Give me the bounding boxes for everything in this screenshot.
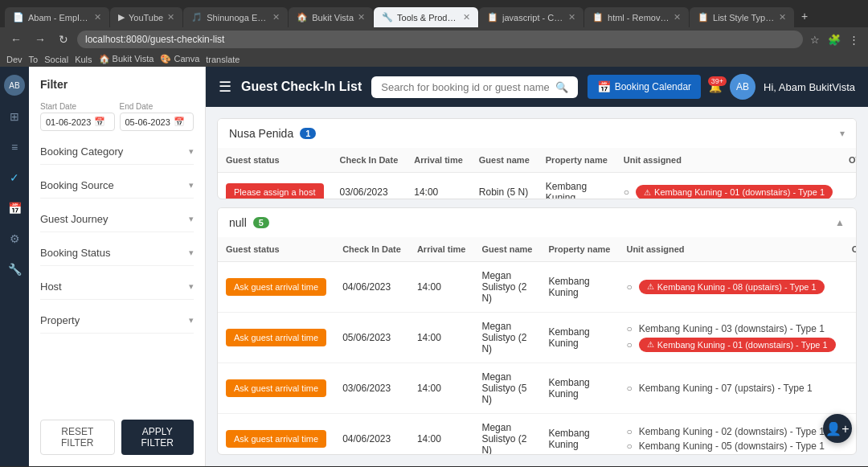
filter-booking-source-label: Booking Source bbox=[40, 179, 114, 191]
ask-arrival-button-4[interactable]: Ask guest arrival time bbox=[226, 430, 326, 448]
search-input[interactable] bbox=[381, 81, 548, 93]
bookmark-star-icon[interactable]: ☆ bbox=[808, 32, 822, 47]
hamburger-icon[interactable]: ☰ bbox=[219, 78, 231, 96]
filter-property[interactable]: Property ▾ bbox=[40, 308, 194, 334]
notification-button[interactable]: 🔔 39+ bbox=[709, 81, 722, 93]
new-tab-button[interactable]: + bbox=[795, 5, 814, 27]
tab-8[interactable]: 📋List Style Type - Tailwind...✕ bbox=[690, 7, 794, 27]
filter-booking-status[interactable]: Booking Status ▾ bbox=[40, 240, 194, 266]
arrival-time-cell-r2: 14:00 bbox=[409, 312, 474, 363]
guest-status-cell-r1: Ask guest arrival time bbox=[218, 261, 334, 312]
tab-4[interactable]: 🏠Bukit Vista✕ bbox=[289, 7, 373, 27]
sidebar-calendar-icon[interactable]: 📅 bbox=[5, 199, 25, 218]
address-bar[interactable] bbox=[77, 31, 803, 48]
extension-icon[interactable]: 🧩 bbox=[825, 32, 843, 47]
table-wrapper-1: Guest status Check In Date Arrival time … bbox=[218, 148, 856, 199]
top-bar-right: 📅 Booking Calendar 🔔 39+ AB Hi, Abam Buk… bbox=[588, 74, 855, 100]
ask-arrival-button-3[interactable]: Ask guest arrival time bbox=[226, 379, 326, 397]
add-guest-button[interactable]: 👤+ bbox=[823, 414, 852, 443]
bookmark-social[interactable]: Social bbox=[44, 55, 68, 64]
bookmark-canva[interactable]: 🎨 Canva bbox=[160, 54, 199, 64]
app-container: AB ⊞ ≡ ✓ 📅 ⚙ 🔧 Filter Start Date 01-06-2… bbox=[0, 67, 868, 466]
assign-host-button[interactable]: Please assign a host bbox=[226, 183, 324, 199]
reset-filter-button[interactable]: RESET FILTER bbox=[40, 420, 115, 455]
col-property-name-2: Property name bbox=[540, 237, 618, 262]
unit-plain-r2a: Kembang Kuning - 03 (downstairs) - Type … bbox=[639, 323, 825, 334]
table-row: Please assign a host 03/06/2023 14:00 Ro… bbox=[218, 173, 856, 199]
start-date-label: Start Date bbox=[40, 102, 115, 111]
more-icon[interactable]: ⋮ bbox=[846, 32, 862, 47]
date-range-row: Start Date 01-06-2023 📅 End Date 05-06-2… bbox=[40, 102, 194, 131]
unit-dot-r4b: ○ bbox=[626, 440, 632, 452]
col-checkin-date-2: Check In Date bbox=[334, 237, 409, 262]
guest-name-value: Robin (5 N) bbox=[479, 186, 528, 198]
bookmark-to[interactable]: To bbox=[29, 55, 39, 64]
user-avatar-sidebar[interactable]: AB bbox=[4, 75, 25, 96]
calendar-icon: 📅 bbox=[597, 80, 611, 93]
filter-host[interactable]: Host ▾ bbox=[40, 274, 194, 300]
guest-name-cell-r2: Megan Sulistyo (2 N) bbox=[473, 312, 540, 363]
end-date-input[interactable]: 05-06-2023 📅 bbox=[120, 113, 194, 131]
calendar-icon-start: 📅 bbox=[94, 117, 105, 127]
ask-arrival-button-2[interactable]: Ask guest arrival time bbox=[226, 329, 326, 346]
bookmark-dev[interactable]: Dev bbox=[6, 55, 23, 64]
forward-button[interactable]: → bbox=[31, 31, 50, 47]
group-header-null[interactable]: null 5 ▲ bbox=[218, 208, 856, 237]
end-date-label: End Date bbox=[120, 102, 194, 111]
group-header-nusa-penida[interactable]: Nusa Penida 1 ▾ bbox=[218, 119, 856, 148]
guest-status-cell-r4: Ask guest arrival time bbox=[218, 413, 334, 455]
arrival-time-cell: 14:00 bbox=[406, 173, 471, 199]
apply-filter-button[interactable]: APPLY FILTER bbox=[121, 420, 194, 455]
start-date-input[interactable]: 01-06-2023 📅 bbox=[40, 113, 115, 131]
tab-5-active[interactable]: 🔧Tools & Product Specifi...✕ bbox=[374, 7, 478, 27]
arrival-time-r4: 14:00 bbox=[417, 433, 441, 444]
tab-7[interactable]: 📋html - Removing ul inden...✕ bbox=[584, 7, 689, 27]
unit-dot-r2b: ○ bbox=[626, 339, 632, 350]
bookmark-kuls[interactable]: Kuls bbox=[75, 55, 92, 64]
calendar-icon-end: 📅 bbox=[174, 117, 185, 127]
sidebar-settings-icon[interactable]: ⚙ bbox=[6, 229, 23, 248]
filter-booking-category[interactable]: Booking Category ▾ bbox=[40, 139, 194, 165]
bookmarks-bar: Dev To Social Kuls 🏠 Bukit Vista 🎨 Canva… bbox=[0, 51, 868, 67]
col-unit-assigned-2: Unit assigned bbox=[618, 237, 843, 262]
unit-assigned-cell-r1: ○ ⚠ Kembang Kuning - 08 (upstairs) - Typ… bbox=[618, 261, 843, 312]
filter-guest-journey[interactable]: Guest Journey ▾ bbox=[40, 207, 194, 232]
table-2: Guest status Check In Date Arrival time … bbox=[218, 237, 856, 455]
group-title-area-1: Nusa Penida 1 bbox=[229, 127, 316, 140]
checkin-date-r2: 05/06/2023 bbox=[342, 332, 391, 343]
guest-status-cell-r3: Ask guest arrival time bbox=[218, 363, 334, 413]
property-name-value: Kembang Kuning bbox=[546, 181, 587, 199]
sidebar-home-icon[interactable]: ⊞ bbox=[6, 107, 23, 126]
property-name-cell-r2: Kembang Kuning bbox=[540, 312, 618, 363]
table-body-2: Ask guest arrival time 04/06/2023 14:00 … bbox=[218, 261, 856, 455]
bookmark-bukitvista[interactable]: 🏠 Bukit Vista bbox=[99, 54, 154, 64]
ask-arrival-button-1[interactable]: Ask guest arrival time bbox=[226, 278, 326, 296]
tab-1[interactable]: 📄Abam - Employment Jour...✕ bbox=[5, 7, 109, 27]
table-header-2: Guest status Check In Date Arrival time … bbox=[218, 237, 856, 262]
unit-assigned-cell-r3: ○ Kembang Kuning - 07 (upstairs) - Type … bbox=[618, 363, 843, 413]
tab-bar: 📄Abam - Employment Jour...✕ ▶YouTube✕ 🎵S… bbox=[0, 0, 868, 27]
unit-assigned-cell-r2: ○ Kembang Kuning - 03 (downstairs) - Typ… bbox=[618, 312, 843, 363]
avatar-initials: AB bbox=[736, 81, 749, 92]
tab-3[interactable]: 🎵Shinunoga E-Wa - Yo...✕ bbox=[183, 7, 288, 27]
sidebar-list-icon[interactable]: ≡ bbox=[8, 137, 21, 157]
refresh-button[interactable]: ↻ bbox=[55, 31, 72, 47]
booking-calendar-label: Booking Calendar bbox=[615, 81, 691, 92]
add-person-icon: 👤+ bbox=[825, 421, 849, 436]
chevron-down-icon-2: ▾ bbox=[189, 180, 194, 190]
checkin-date-r4: 04/06/2023 bbox=[342, 433, 391, 444]
tab-2[interactable]: ▶YouTube✕ bbox=[110, 7, 182, 27]
chevron-down-icon-6: ▾ bbox=[189, 315, 194, 326]
booking-calendar-button[interactable]: 📅 Booking Calendar bbox=[588, 75, 701, 99]
table-body-1: Please assign a host 03/06/2023 14:00 Ro… bbox=[218, 173, 856, 199]
back-button[interactable]: ← bbox=[6, 31, 26, 47]
sidebar-gear-icon[interactable]: 🔧 bbox=[5, 260, 25, 279]
warning-icon-r2: ⚠ bbox=[647, 340, 654, 349]
tab-6[interactable]: 📋javascript - Converting a...✕ bbox=[479, 7, 583, 27]
property-name-cell: Kembang Kuning bbox=[538, 173, 616, 199]
bookmark-translate[interactable]: translate bbox=[206, 55, 240, 64]
col-arrival-time: Arrival time bbox=[406, 148, 471, 173]
filter-booking-source[interactable]: Booking Source ▾ bbox=[40, 173, 194, 199]
user-avatar-header[interactable]: AB bbox=[730, 74, 755, 100]
sidebar-checkin-icon[interactable]: ✓ bbox=[6, 168, 23, 187]
